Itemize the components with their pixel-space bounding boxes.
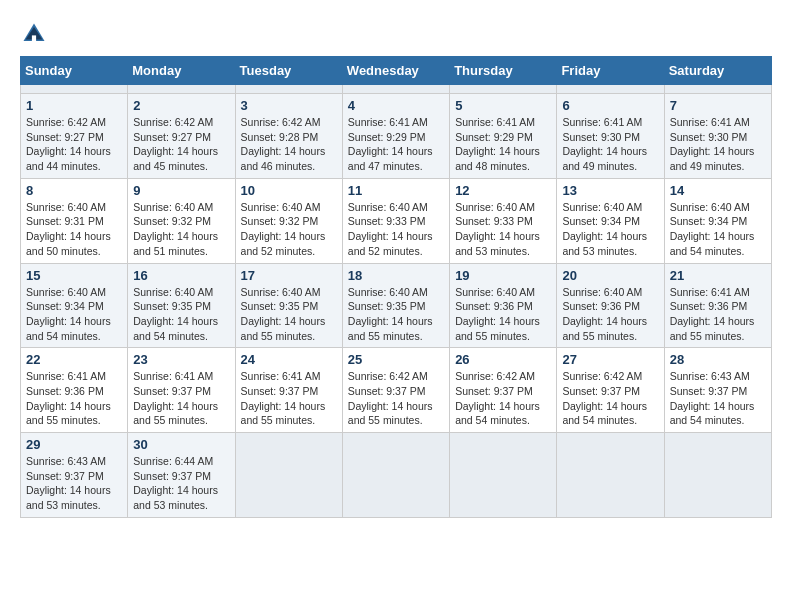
logo	[20, 20, 52, 48]
day-number: 8	[26, 183, 122, 198]
calendar-cell: 15 Sunrise: 6:40 AMSunset: 9:34 PMDaylig…	[21, 263, 128, 348]
day-number: 4	[348, 98, 444, 113]
day-info: Sunrise: 6:40 AMSunset: 9:34 PMDaylight:…	[670, 200, 766, 259]
day-info: Sunrise: 6:40 AMSunset: 9:34 PMDaylight:…	[562, 200, 658, 259]
day-info: Sunrise: 6:41 AMSunset: 9:29 PMDaylight:…	[455, 115, 551, 174]
day-number: 26	[455, 352, 551, 367]
day-info: Sunrise: 6:40 AMSunset: 9:35 PMDaylight:…	[241, 285, 337, 344]
header-tuesday: Tuesday	[235, 57, 342, 85]
logo-icon	[20, 20, 48, 48]
calendar-cell	[342, 433, 449, 518]
calendar-week-row: 15 Sunrise: 6:40 AMSunset: 9:34 PMDaylig…	[21, 263, 772, 348]
day-number: 21	[670, 268, 766, 283]
calendar-cell: 20 Sunrise: 6:40 AMSunset: 9:36 PMDaylig…	[557, 263, 664, 348]
calendar-cell: 17 Sunrise: 6:40 AMSunset: 9:35 PMDaylig…	[235, 263, 342, 348]
calendar-cell: 1 Sunrise: 6:42 AMSunset: 9:27 PMDayligh…	[21, 94, 128, 179]
day-info: Sunrise: 6:43 AMSunset: 9:37 PMDaylight:…	[26, 454, 122, 513]
day-number: 29	[26, 437, 122, 452]
header-sunday: Sunday	[21, 57, 128, 85]
day-info: Sunrise: 6:43 AMSunset: 9:37 PMDaylight:…	[670, 369, 766, 428]
calendar-header-row: SundayMondayTuesdayWednesdayThursdayFrid…	[21, 57, 772, 85]
day-number: 14	[670, 183, 766, 198]
day-info: Sunrise: 6:40 AMSunset: 9:36 PMDaylight:…	[562, 285, 658, 344]
day-number: 27	[562, 352, 658, 367]
calendar-cell: 24 Sunrise: 6:41 AMSunset: 9:37 PMDaylig…	[235, 348, 342, 433]
calendar-cell: 23 Sunrise: 6:41 AMSunset: 9:37 PMDaylig…	[128, 348, 235, 433]
day-info: Sunrise: 6:42 AMSunset: 9:27 PMDaylight:…	[133, 115, 229, 174]
day-info: Sunrise: 6:41 AMSunset: 9:30 PMDaylight:…	[562, 115, 658, 174]
day-number: 28	[670, 352, 766, 367]
calendar-cell	[21, 85, 128, 94]
calendar-cell: 11 Sunrise: 6:40 AMSunset: 9:33 PMDaylig…	[342, 178, 449, 263]
calendar-cell	[342, 85, 449, 94]
calendar-cell	[235, 85, 342, 94]
calendar-cell: 16 Sunrise: 6:40 AMSunset: 9:35 PMDaylig…	[128, 263, 235, 348]
day-info: Sunrise: 6:44 AMSunset: 9:37 PMDaylight:…	[133, 454, 229, 513]
day-number: 10	[241, 183, 337, 198]
day-info: Sunrise: 6:42 AMSunset: 9:37 PMDaylight:…	[562, 369, 658, 428]
calendar-cell: 18 Sunrise: 6:40 AMSunset: 9:35 PMDaylig…	[342, 263, 449, 348]
day-number: 13	[562, 183, 658, 198]
calendar-cell: 21 Sunrise: 6:41 AMSunset: 9:36 PMDaylig…	[664, 263, 771, 348]
calendar-cell	[557, 85, 664, 94]
calendar-cell: 3 Sunrise: 6:42 AMSunset: 9:28 PMDayligh…	[235, 94, 342, 179]
day-info: Sunrise: 6:41 AMSunset: 9:36 PMDaylight:…	[26, 369, 122, 428]
day-number: 16	[133, 268, 229, 283]
calendar-cell: 25 Sunrise: 6:42 AMSunset: 9:37 PMDaylig…	[342, 348, 449, 433]
day-info: Sunrise: 6:40 AMSunset: 9:33 PMDaylight:…	[348, 200, 444, 259]
day-info: Sunrise: 6:40 AMSunset: 9:36 PMDaylight:…	[455, 285, 551, 344]
calendar-week-row: 29 Sunrise: 6:43 AMSunset: 9:37 PMDaylig…	[21, 433, 772, 518]
day-info: Sunrise: 6:41 AMSunset: 9:30 PMDaylight:…	[670, 115, 766, 174]
day-info: Sunrise: 6:40 AMSunset: 9:35 PMDaylight:…	[133, 285, 229, 344]
day-info: Sunrise: 6:42 AMSunset: 9:28 PMDaylight:…	[241, 115, 337, 174]
header-friday: Friday	[557, 57, 664, 85]
svg-rect-2	[32, 35, 36, 41]
calendar-cell: 14 Sunrise: 6:40 AMSunset: 9:34 PMDaylig…	[664, 178, 771, 263]
day-info: Sunrise: 6:40 AMSunset: 9:33 PMDaylight:…	[455, 200, 551, 259]
calendar-table: SundayMondayTuesdayWednesdayThursdayFrid…	[20, 56, 772, 518]
calendar-cell: 9 Sunrise: 6:40 AMSunset: 9:32 PMDayligh…	[128, 178, 235, 263]
calendar-cell: 26 Sunrise: 6:42 AMSunset: 9:37 PMDaylig…	[450, 348, 557, 433]
day-number: 9	[133, 183, 229, 198]
calendar-cell	[450, 433, 557, 518]
calendar-cell: 8 Sunrise: 6:40 AMSunset: 9:31 PMDayligh…	[21, 178, 128, 263]
calendar-cell: 6 Sunrise: 6:41 AMSunset: 9:30 PMDayligh…	[557, 94, 664, 179]
day-info: Sunrise: 6:41 AMSunset: 9:36 PMDaylight:…	[670, 285, 766, 344]
calendar-week-row: 1 Sunrise: 6:42 AMSunset: 9:27 PMDayligh…	[21, 94, 772, 179]
day-number: 24	[241, 352, 337, 367]
calendar-cell: 7 Sunrise: 6:41 AMSunset: 9:30 PMDayligh…	[664, 94, 771, 179]
calendar-cell: 4 Sunrise: 6:41 AMSunset: 9:29 PMDayligh…	[342, 94, 449, 179]
day-number: 20	[562, 268, 658, 283]
day-info: Sunrise: 6:42 AMSunset: 9:37 PMDaylight:…	[455, 369, 551, 428]
calendar-cell: 19 Sunrise: 6:40 AMSunset: 9:36 PMDaylig…	[450, 263, 557, 348]
day-number: 2	[133, 98, 229, 113]
day-info: Sunrise: 6:40 AMSunset: 9:32 PMDaylight:…	[241, 200, 337, 259]
day-number: 17	[241, 268, 337, 283]
day-number: 18	[348, 268, 444, 283]
day-info: Sunrise: 6:42 AMSunset: 9:27 PMDaylight:…	[26, 115, 122, 174]
header-monday: Monday	[128, 57, 235, 85]
calendar-cell	[664, 85, 771, 94]
day-number: 25	[348, 352, 444, 367]
day-info: Sunrise: 6:42 AMSunset: 9:37 PMDaylight:…	[348, 369, 444, 428]
day-number: 7	[670, 98, 766, 113]
calendar-cell: 13 Sunrise: 6:40 AMSunset: 9:34 PMDaylig…	[557, 178, 664, 263]
calendar-cell: 5 Sunrise: 6:41 AMSunset: 9:29 PMDayligh…	[450, 94, 557, 179]
calendar-cell: 2 Sunrise: 6:42 AMSunset: 9:27 PMDayligh…	[128, 94, 235, 179]
calendar-cell	[235, 433, 342, 518]
header-thursday: Thursday	[450, 57, 557, 85]
calendar-cell: 30 Sunrise: 6:44 AMSunset: 9:37 PMDaylig…	[128, 433, 235, 518]
day-number: 3	[241, 98, 337, 113]
page-header	[20, 20, 772, 48]
calendar-week-row: 22 Sunrise: 6:41 AMSunset: 9:36 PMDaylig…	[21, 348, 772, 433]
day-number: 1	[26, 98, 122, 113]
day-info: Sunrise: 6:41 AMSunset: 9:29 PMDaylight:…	[348, 115, 444, 174]
day-info: Sunrise: 6:40 AMSunset: 9:35 PMDaylight:…	[348, 285, 444, 344]
calendar-week-row	[21, 85, 772, 94]
calendar-cell	[128, 85, 235, 94]
day-number: 22	[26, 352, 122, 367]
day-number: 30	[133, 437, 229, 452]
calendar-cell	[664, 433, 771, 518]
day-info: Sunrise: 6:40 AMSunset: 9:32 PMDaylight:…	[133, 200, 229, 259]
header-wednesday: Wednesday	[342, 57, 449, 85]
